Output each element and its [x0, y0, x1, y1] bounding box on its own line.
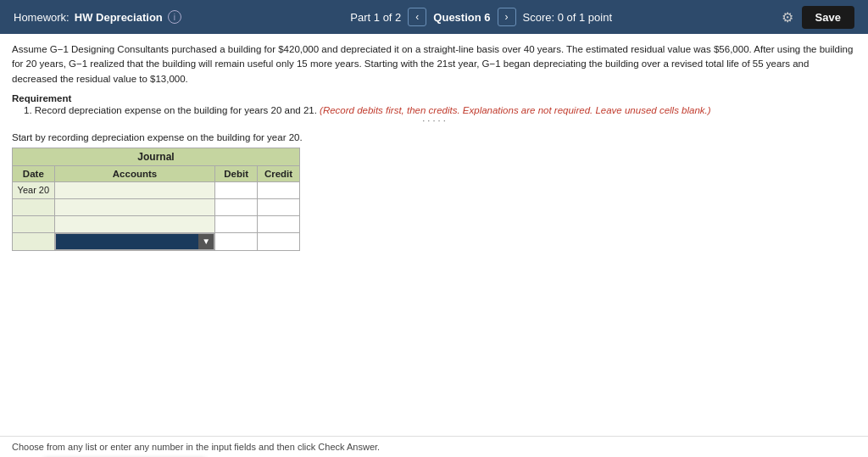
req-number: 1. — [24, 105, 32, 115]
prev-question-button[interactable]: ‹ — [408, 8, 426, 26]
journal-title: Journal — [12, 148, 300, 165]
account-input-2[interactable] — [57, 202, 214, 212]
homework-title: HW Depreciation — [75, 11, 163, 24]
date-header: Date — [13, 165, 55, 181]
settings-icon[interactable]: ⚙ — [782, 9, 793, 25]
table-row — [13, 198, 300, 215]
credit-cell-1[interactable] — [258, 181, 300, 198]
account-input-1[interactable] — [57, 185, 214, 195]
date-cell-1: Year 20 — [13, 181, 55, 198]
debit-input-1[interactable] — [217, 185, 255, 195]
requirement-item: 1. Record depreciation expense on the bu… — [24, 105, 856, 115]
problem-text: Assume G−1 Designing Consultants purchas… — [12, 42, 856, 86]
debit-input-4[interactable] — [217, 237, 255, 247]
debit-cell-1[interactable] — [215, 181, 258, 198]
scroll-hint: · · · · · — [12, 115, 856, 125]
credit-input-2[interactable] — [259, 202, 298, 212]
account-input-3[interactable] — [57, 219, 214, 229]
score-label: Score: 0 of 1 point — [523, 11, 613, 24]
homework-label: Homework: — [14, 11, 70, 24]
question-label: Question 6 — [433, 11, 490, 24]
header-center: Part 1 of 2 ‹ Question 6 › Score: 0 of 1… — [350, 8, 612, 26]
table-row: ▼ — [13, 232, 300, 250]
main-content: Assume G−1 Designing Consultants purchas… — [0, 34, 868, 259]
info-icon[interactable]: i — [168, 10, 181, 24]
header-right: ⚙ Save — [782, 6, 854, 29]
debit-input-2[interactable] — [217, 202, 255, 212]
date-cell-4 — [13, 232, 55, 250]
accounts-header: Accounts — [54, 165, 215, 181]
credit-header: Credit — [258, 165, 300, 181]
credit-input-3[interactable] — [259, 219, 298, 229]
app-header: Homework: HW Depreciation i Part 1 of 2 … — [0, 0, 868, 34]
dropdown-text-input[interactable] — [56, 234, 199, 249]
table-row — [13, 215, 300, 232]
debit-header: Debit — [215, 165, 258, 181]
debit-input-3[interactable] — [217, 219, 255, 229]
debit-cell-4[interactable] — [215, 232, 258, 250]
account-cell-2[interactable] — [54, 198, 215, 215]
credit-input-4[interactable] — [259, 237, 298, 247]
save-button[interactable]: Save — [802, 6, 854, 29]
account-cell-1[interactable] — [54, 181, 215, 198]
credit-input-1[interactable] — [259, 185, 298, 195]
credit-cell-3[interactable] — [258, 215, 300, 232]
requirement-label: Requirement — [12, 93, 856, 103]
credit-cell-2[interactable] — [258, 198, 300, 215]
dropdown-arrow-button[interactable]: ▼ — [198, 234, 214, 249]
header-left: Homework: HW Depreciation i — [14, 10, 181, 24]
date-cell-3 — [13, 215, 55, 232]
table-row: Year 20 — [13, 181, 300, 198]
debit-cell-3[interactable] — [215, 215, 258, 232]
debit-cell-2[interactable] — [215, 198, 258, 215]
credit-cell-4[interactable] — [258, 232, 300, 250]
instruction-text: Start by recording depreciation expense … — [12, 132, 856, 142]
dropdown-bar: ▼ — [55, 233, 215, 250]
part-label: Part 1 of 2 — [350, 11, 401, 24]
next-question-button[interactable]: › — [498, 8, 516, 26]
journal-table: Date Accounts Debit Credit Year 20 — [12, 165, 300, 251]
journal-container: Journal Date Accounts Debit Credit Year … — [12, 148, 300, 251]
account-cell-4[interactable]: ▼ — [54, 232, 215, 250]
req-note: (Record debits first, then credits. Expl… — [320, 105, 711, 115]
account-cell-3[interactable] — [54, 215, 215, 232]
date-cell-2 — [13, 198, 55, 215]
